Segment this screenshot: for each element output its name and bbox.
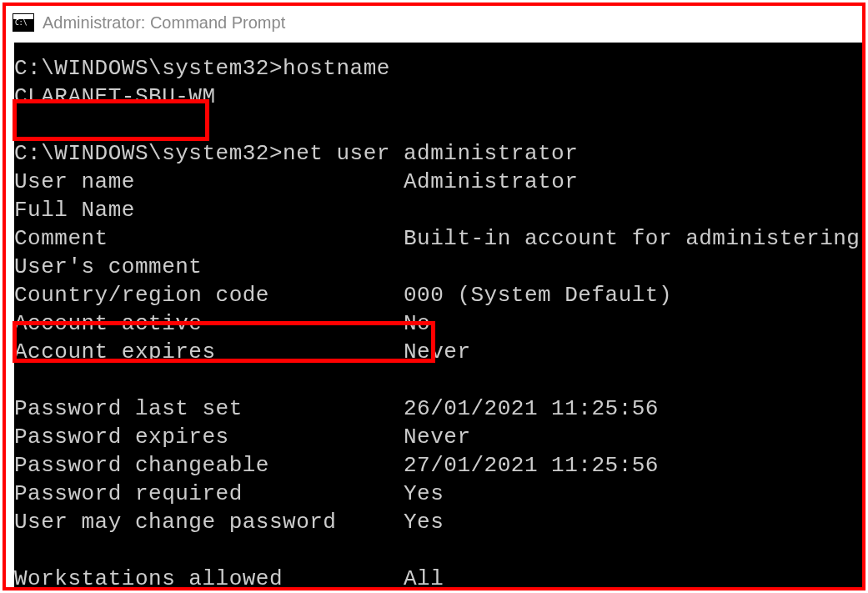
cmd-netuser: net user administrator	[283, 141, 578, 166]
field-value: Administrator	[404, 169, 578, 194]
field-value: 26/01/2021 11:25:56	[404, 396, 659, 421]
cmd-hostname: hostname	[283, 56, 390, 81]
prompt: C:\WINDOWS\system32>	[14, 141, 283, 166]
field-value: Yes	[404, 481, 444, 506]
field-label: Country/region code	[14, 283, 269, 308]
field-label: Workstations allowed	[14, 566, 283, 587]
cmd-icon	[13, 13, 34, 32]
titlebar: Administrator: Command Prompt	[6, 6, 862, 39]
field-value: Never	[404, 425, 471, 450]
field-label: Account expires	[14, 339, 216, 364]
terminal-output[interactable]: C:\WINDOWS\system32>hostname CLARANET-SB…	[14, 43, 862, 587]
field-value: 27/01/2021 11:25:56	[404, 453, 659, 478]
field-label: Password expires	[14, 425, 229, 450]
cmd-window: Administrator: Command Prompt C:\WINDOWS…	[3, 3, 865, 590]
window-title: Administrator: Command Prompt	[43, 13, 285, 33]
field-label: Password last set	[14, 396, 243, 421]
field-label: User may change password	[14, 510, 336, 535]
prompt: C:\WINDOWS\system32>	[14, 56, 283, 81]
field-label: User's comment	[14, 254, 202, 279]
field-value: Built-in account for administering	[404, 226, 860, 251]
field-label: Full Name	[14, 198, 135, 223]
field-value: All	[404, 566, 444, 587]
field-label: Comment	[14, 226, 108, 251]
field-label: Account active	[14, 311, 202, 336]
field-value: No	[404, 311, 430, 336]
field-label: Password required	[14, 481, 243, 506]
field-label: Password changeable	[14, 453, 269, 478]
hostname-output: CLARANET-SBU-WM	[14, 84, 216, 109]
field-label: User name	[14, 169, 135, 194]
field-value: 000 (System Default)	[404, 283, 672, 308]
field-value: Never	[404, 339, 471, 364]
field-value: Yes	[404, 510, 444, 535]
